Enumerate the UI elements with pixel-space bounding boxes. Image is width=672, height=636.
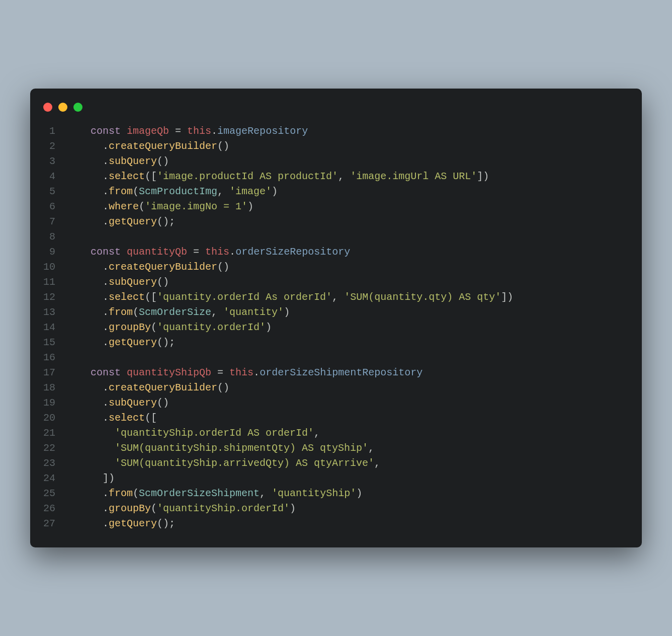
line-number: 1 [42,124,55,139]
line-number: 7 [42,214,55,229]
code-line: .getQuery(); [66,214,513,229]
line-number-gutter: 1 2 3 4 5 6 7 8 9 10 11 12 13 14 15 16 1… [42,124,66,531]
line-number: 11 [42,275,55,290]
line-number: 9 [42,245,55,260]
line-number: 17 [42,365,55,380]
code-area[interactable]: 1 2 3 4 5 6 7 8 9 10 11 12 13 14 15 16 1… [42,124,630,531]
line-number: 24 [42,471,55,486]
line-number: 22 [42,441,55,456]
code-line: .subQuery() [66,395,513,411]
code-line: .from(ScmProductImg, 'image') [66,184,513,199]
code-line: .createQueryBuilder() [66,380,513,395]
code-line: ]) [66,471,513,486]
traffic-lights [43,103,630,112]
line-number: 21 [42,426,55,441]
line-number: 16 [42,350,55,365]
line-number: 3 [42,154,55,169]
code-line: .where('image.imgNo = 1') [66,199,513,214]
line-number: 13 [42,305,55,320]
code-line: .from(ScmOrderSize, 'quantity') [66,305,513,320]
code-line: .groupBy('quantity.orderId') [66,320,513,335]
line-number: 2 [42,139,55,154]
line-number: 26 [42,501,55,516]
code-line: .select([ [66,411,513,426]
line-number: 5 [42,184,55,199]
minimize-icon[interactable] [58,103,67,112]
code-line: .select(['image.productId AS productId',… [66,169,513,184]
line-number: 12 [42,290,55,305]
code-line: const imageQb = this.imageRepository [66,124,513,139]
line-number: 20 [42,411,55,426]
code-line: .subQuery() [66,154,513,169]
line-number: 18 [42,380,55,395]
code-line: .groupBy('quantityShip.orderId') [66,501,513,516]
code-line: 'SUM(quantityShip.arrivedQty) AS qtyArri… [66,456,513,471]
line-number: 14 [42,320,55,335]
code-line [66,229,513,245]
code-content[interactable]: const imageQb = this.imageRepository .cr… [66,124,513,531]
close-icon[interactable] [43,103,52,112]
code-line: .createQueryBuilder() [66,260,513,275]
line-number: 10 [42,260,55,275]
code-line: .select(['quantity.orderId As orderId', … [66,290,513,305]
line-number: 27 [42,516,55,531]
line-number: 6 [42,199,55,214]
code-line: const quantityQb = this.orderSizeReposit… [66,245,513,260]
code-line: const quantityShipQb = this.orderSizeShi… [66,365,513,380]
code-line: .getQuery(); [66,335,513,350]
code-line: .getQuery(); [66,516,513,531]
code-line: 'SUM(quantityShip.shipmentQty) AS qtyShi… [66,441,513,456]
code-line: .from(ScmOrderSizeShipment, 'quantityShi… [66,486,513,501]
line-number: 23 [42,456,55,471]
line-number: 19 [42,395,55,411]
line-number: 4 [42,169,55,184]
code-line: .subQuery() [66,275,513,290]
code-line [66,350,513,365]
code-window: 1 2 3 4 5 6 7 8 9 10 11 12 13 14 15 16 1… [30,89,642,547]
maximize-icon[interactable] [73,103,82,112]
code-line: 'quantityShip.orderId AS orderId', [66,426,513,441]
line-number: 25 [42,486,55,501]
line-number: 15 [42,335,55,350]
line-number: 8 [42,229,55,245]
code-line: .createQueryBuilder() [66,139,513,154]
